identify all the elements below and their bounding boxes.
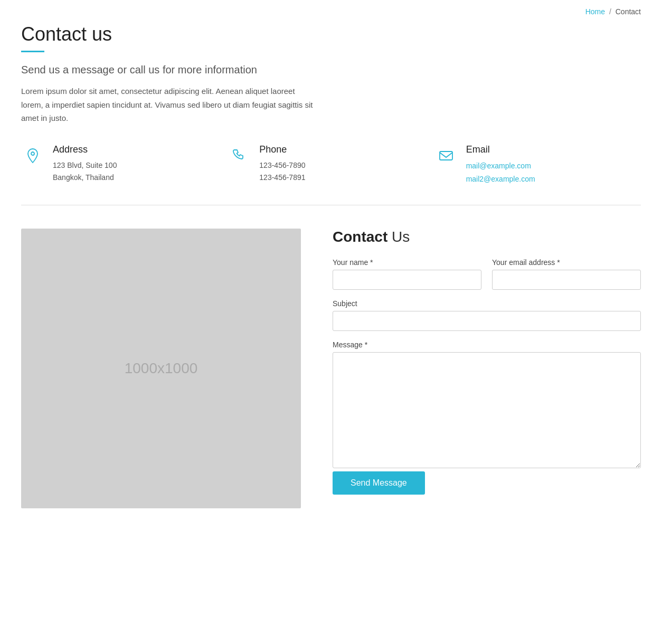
contact-image: 1000x1000 bbox=[21, 229, 301, 508]
phone-text: Phone 123-456-7890 123-456-7891 bbox=[259, 144, 305, 185]
email-link2[interactable]: mail2@example.com bbox=[466, 173, 535, 186]
breadcrumb-current: Contact bbox=[616, 7, 641, 16]
message-textarea[interactable] bbox=[333, 352, 641, 468]
page-subtitle: Send us a message or call us for more in… bbox=[21, 64, 641, 76]
email-icon bbox=[434, 144, 458, 167]
breadcrumb-home-link[interactable]: Home bbox=[585, 7, 605, 16]
email-field-group: Your email address * bbox=[492, 258, 641, 290]
address-text: Address 123 Blvd, Suite 100 Bangkok, Tha… bbox=[53, 144, 117, 185]
send-message-button[interactable]: Send Message bbox=[333, 471, 425, 495]
email-input[interactable] bbox=[492, 270, 641, 290]
subject-input[interactable] bbox=[333, 311, 641, 331]
message-label: Message * bbox=[333, 340, 641, 349]
breadcrumb: Home / Contact bbox=[0, 0, 662, 23]
phone-number2: 123-456-7891 bbox=[259, 173, 305, 182]
address-item: Address 123 Blvd, Suite 100 Bangkok, Tha… bbox=[21, 144, 228, 186]
subject-label: Subject bbox=[333, 299, 641, 308]
name-input[interactable] bbox=[333, 270, 481, 290]
email-item: Email mail@example.com mail2@example.com bbox=[434, 144, 641, 186]
svg-point-0 bbox=[31, 152, 34, 155]
name-field-group: Your name * bbox=[333, 258, 481, 290]
phone-number1: 123-456-7890 bbox=[259, 161, 305, 169]
main-content: Contact us Send us a message or call us … bbox=[0, 23, 662, 540]
page-description: Lorem ipsum dolor sit amet, consectetur … bbox=[21, 84, 317, 125]
svg-rect-1 bbox=[440, 151, 452, 160]
subject-field-group: Subject bbox=[333, 299, 641, 331]
phone-item: Phone 123-456-7890 123-456-7891 bbox=[228, 144, 434, 186]
email-text: Email mail@example.com mail2@example.com bbox=[466, 144, 535, 186]
title-underline bbox=[21, 51, 44, 52]
name-label: Your name * bbox=[333, 258, 481, 267]
form-title: Contact Us bbox=[333, 229, 641, 245]
message-field-group: Message * bbox=[333, 340, 641, 468]
form-name-email-row: Your name * Your email address * bbox=[333, 258, 641, 290]
breadcrumb-separator: / bbox=[609, 7, 611, 16]
location-icon bbox=[21, 144, 44, 167]
page-title: Contact us bbox=[21, 23, 641, 45]
address-line1: 123 Blvd, Suite 100 bbox=[53, 161, 117, 169]
contact-form-section: Contact Us Your name * Your email addres… bbox=[333, 229, 641, 495]
email-label: Your email address * bbox=[492, 258, 641, 267]
section-divider bbox=[21, 205, 641, 205]
address-line2: Bangkok, Thailand bbox=[53, 173, 114, 182]
contact-info-row: Address 123 Blvd, Suite 100 Bangkok, Tha… bbox=[21, 144, 641, 186]
bottom-section: 1000x1000 Contact Us Your name * Your em… bbox=[21, 229, 641, 508]
email-link1[interactable]: mail@example.com bbox=[466, 159, 535, 173]
phone-icon bbox=[228, 144, 251, 167]
